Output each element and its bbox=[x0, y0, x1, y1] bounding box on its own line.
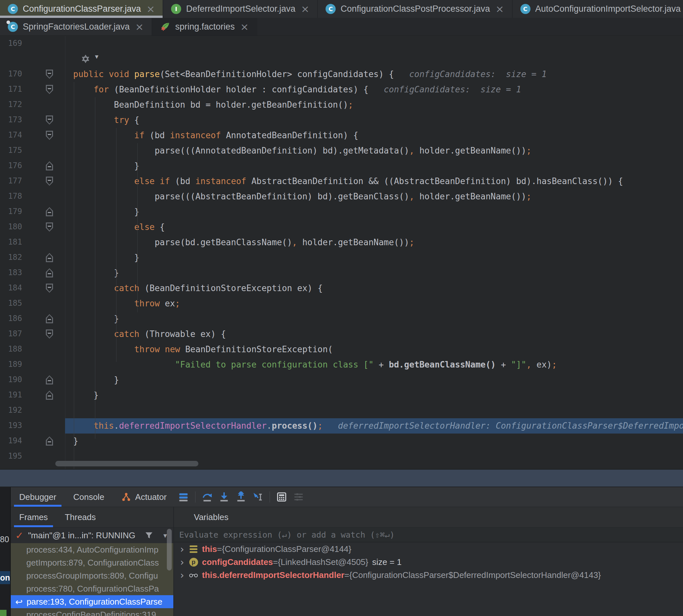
fold-start-marker[interactable] bbox=[46, 70, 53, 79]
line-number[interactable]: 170 bbox=[0, 69, 22, 79]
line-number[interactable]: 191 bbox=[0, 390, 22, 399]
fold-end-marker[interactable] bbox=[46, 314, 53, 323]
code-line-192[interactable]: 192 bbox=[0, 403, 683, 418]
filter-icon[interactable] bbox=[145, 531, 154, 540]
editor-debug-splitter[interactable] bbox=[0, 469, 683, 487]
debug-tab-debugger[interactable]: Debugger bbox=[11, 487, 65, 507]
fold-end-marker[interactable] bbox=[46, 268, 53, 278]
code-line-174[interactable]: 174 if (bd instanceof AnnotatedBeanDefin… bbox=[0, 128, 683, 143]
chevron-down-icon[interactable]: ▾ bbox=[163, 531, 167, 540]
stack-frame-row[interactable]: process:780, ConfigurationClassPa bbox=[11, 582, 173, 595]
fold-end-marker[interactable] bbox=[46, 391, 53, 400]
code-line-184[interactable]: 184 catch (BeanDefinitionStoreException … bbox=[0, 281, 683, 296]
variable-row[interactable]: ›this = {ConfigurationClassParser@4144} bbox=[174, 543, 683, 555]
view-options-icon[interactable] bbox=[178, 491, 189, 503]
fold-start-marker[interactable] bbox=[46, 131, 53, 140]
code-line-188[interactable]: 188 throw new BeanDefinitionStoreExcepti… bbox=[0, 342, 683, 357]
fold-start-marker[interactable] bbox=[46, 329, 53, 338]
code-line-177[interactable]: 177 else if (bd instanceof AbstractBeanD… bbox=[0, 174, 683, 189]
chevron-down-icon[interactable]: ▾ bbox=[95, 53, 98, 61]
fold-end-marker[interactable] bbox=[46, 375, 53, 384]
line-number[interactable]: 180 bbox=[0, 222, 22, 231]
code-line-173[interactable]: 173 try { bbox=[0, 112, 683, 128]
line-number[interactable]: 183 bbox=[0, 268, 22, 277]
fold-start-marker[interactable] bbox=[46, 222, 53, 232]
line-number[interactable]: 192 bbox=[0, 405, 22, 415]
editor-tab[interactable]: spring.factories× bbox=[152, 18, 257, 36]
line-number[interactable]: 171 bbox=[0, 85, 22, 94]
code-line-179[interactable]: 179 } bbox=[0, 204, 683, 220]
line-number[interactable]: 185 bbox=[0, 299, 22, 308]
variable-row[interactable]: ›this.deferredImportSelectorHandler = {C… bbox=[174, 569, 683, 581]
layout-settings-icon[interactable] bbox=[293, 491, 304, 503]
code-line-170[interactable]: 170public void parse(Set<BeanDefinitionH… bbox=[0, 67, 683, 82]
code-line-176[interactable]: 176 } bbox=[0, 158, 683, 174]
code-line-190[interactable]: 190 } bbox=[0, 372, 683, 388]
line-number[interactable]: 194 bbox=[0, 436, 22, 445]
code-line-181[interactable]: 181 parse(bd.getBeanClassName(), holder.… bbox=[0, 235, 683, 250]
code-line-172[interactable]: 172 BeanDefinition bd = holder.getBeanDe… bbox=[0, 97, 683, 112]
line-number[interactable]: 195 bbox=[0, 452, 22, 461]
tree-chevron-icon[interactable]: › bbox=[177, 570, 187, 581]
code-line-183[interactable]: 183 } bbox=[0, 265, 683, 281]
code-vision-row[interactable]: ▾ bbox=[0, 51, 683, 67]
line-number[interactable]: 176 bbox=[0, 161, 22, 170]
editor-hscrollbar-thumb[interactable] bbox=[55, 461, 198, 466]
line-number[interactable]: 169 bbox=[0, 39, 22, 48]
code-vision-icon[interactable] bbox=[81, 54, 90, 64]
stack-frame-row[interactable]: ↩parse:193, ConfigurationClassParse bbox=[11, 595, 173, 608]
line-number[interactable]: 184 bbox=[0, 283, 22, 292]
line-number[interactable]: 186 bbox=[0, 314, 22, 323]
tab-frames[interactable]: Frames bbox=[11, 507, 56, 527]
line-number[interactable]: 187 bbox=[0, 329, 22, 338]
code-line-169[interactable]: 169 bbox=[0, 36, 683, 51]
line-number[interactable]: 181 bbox=[0, 237, 22, 246]
code-line-180[interactable]: 180 else { bbox=[0, 220, 683, 235]
step-into-icon[interactable] bbox=[219, 491, 229, 503]
stack-frame-row[interactable]: process:434, AutoConfigurationImp bbox=[11, 543, 173, 556]
code-line-178[interactable]: 178 parse(((AbstractBeanDefinition) bd).… bbox=[0, 189, 683, 204]
stack-frame-row[interactable]: processConfigBeanDefinitions:319 bbox=[11, 608, 173, 616]
frames-variables-splitter[interactable] bbox=[173, 507, 174, 616]
line-number[interactable]: 193 bbox=[0, 421, 22, 430]
line-number[interactable]: 174 bbox=[0, 130, 22, 139]
fold-end-marker[interactable] bbox=[46, 253, 53, 262]
editor-tab[interactable]: CConfigurationClassPostProcessor.java× bbox=[318, 0, 512, 18]
editor-tab[interactable]: IDeferredImportSelector.java× bbox=[163, 0, 318, 18]
editor-tab[interactable]: CSpringFactoriesLoader.java× bbox=[0, 18, 152, 36]
line-number[interactable]: 173 bbox=[0, 115, 22, 124]
fold-end-marker[interactable] bbox=[46, 207, 53, 216]
debug-tab-console[interactable]: Console bbox=[65, 487, 112, 507]
code-line-175[interactable]: 175 parse(((AnnotatedBeanDefinition) bd)… bbox=[0, 143, 683, 158]
line-number[interactable]: 188 bbox=[0, 345, 22, 354]
code-line-189[interactable]: 189 "Failed to parse configuration class… bbox=[0, 357, 683, 372]
code-line-187[interactable]: 187 catch (Throwable ex) { bbox=[0, 327, 683, 342]
tab-threads[interactable]: Threads bbox=[56, 507, 104, 527]
code-line-171[interactable]: 171 for (BeanDefinitionHolder holder : c… bbox=[0, 82, 683, 97]
close-icon[interactable]: × bbox=[495, 4, 504, 14]
step-over-icon[interactable] bbox=[202, 491, 213, 503]
close-icon[interactable]: × bbox=[240, 22, 249, 32]
tree-chevron-icon[interactable]: › bbox=[177, 544, 187, 555]
tree-chevron-icon[interactable]: › bbox=[177, 556, 187, 568]
line-number[interactable]: 172 bbox=[0, 100, 22, 109]
frames-scrollbar-thumb[interactable] bbox=[167, 529, 172, 570]
fold-start-marker[interactable] bbox=[46, 284, 53, 293]
fold-start-marker[interactable] bbox=[46, 85, 53, 94]
code-editor[interactable]: 169▾170public void parse(Set<BeanDefinit… bbox=[0, 36, 683, 469]
variable-row[interactable]: ›pconfigCandidates = {LinkedHashSet@4505… bbox=[174, 555, 683, 569]
run-to-cursor-icon[interactable] bbox=[252, 491, 263, 503]
stack-frame-row[interactable]: processGroupImports:809, Configu bbox=[11, 569, 173, 582]
editor-tab[interactable]: CConfigurationClassParser.java× bbox=[0, 0, 163, 18]
evaluate-expression-input[interactable]: Evaluate expression (↵) or add a watch (… bbox=[174, 528, 683, 543]
close-icon[interactable]: × bbox=[135, 22, 144, 32]
code-line-186[interactable]: 186 } bbox=[0, 311, 683, 327]
thread-selector[interactable]: ✓ "main"@1 in...in": RUNNING ▾ bbox=[11, 528, 173, 543]
fold-start-marker[interactable] bbox=[46, 177, 53, 186]
line-number[interactable]: 190 bbox=[0, 375, 22, 384]
code-line-191[interactable]: 191 } bbox=[0, 388, 683, 403]
fold-start-marker[interactable] bbox=[46, 115, 53, 125]
line-number[interactable]: 177 bbox=[0, 176, 22, 185]
line-number[interactable]: 178 bbox=[0, 192, 22, 201]
close-icon[interactable]: × bbox=[301, 4, 309, 14]
